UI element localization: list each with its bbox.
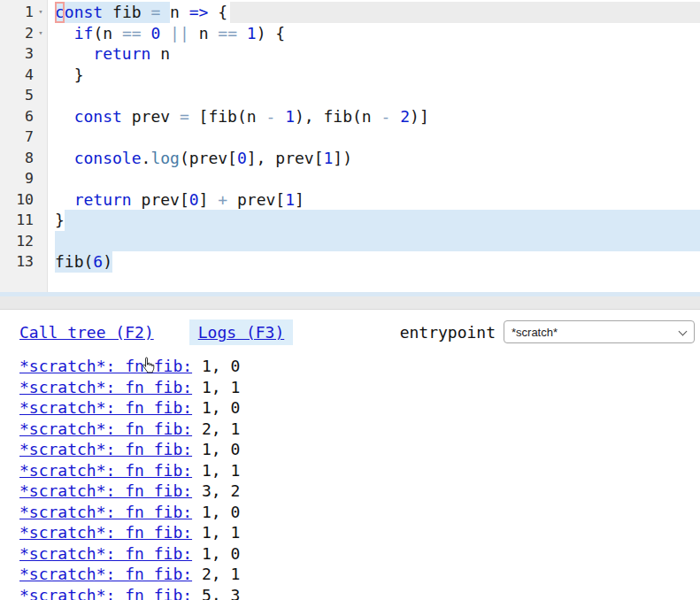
code-token: } — [55, 65, 84, 86]
code-token: = — [150, 2, 160, 23]
log-link[interactable]: *scratch*: fn fib: — [19, 586, 192, 600]
log-row: *scratch*: fn fib: 1, 1 — [19, 460, 700, 481]
code-line[interactable]: 6 const prev = [fib(n - 1), fib(n - 2)] — [0, 106, 700, 127]
log-link[interactable]: *scratch*: fn fib: — [19, 440, 192, 458]
log-link[interactable]: *scratch*: fn fib: — [19, 419, 192, 438]
entrypoint-select[interactable]: *scratch* — [504, 320, 695, 343]
code-token: const — [74, 106, 122, 127]
code-line[interactable]: 13fib(6) — [0, 251, 700, 273]
line-number: 7 — [2, 127, 34, 148]
log-value: 2, 1 — [192, 419, 240, 438]
log-list: *scratch*: fn fib: 1, 0*scratch*: fn fib… — [19, 356, 700, 600]
log-link[interactable]: *scratch*: fn fib: — [19, 523, 192, 542]
gutter-cell: 11 — [0, 210, 48, 231]
code-token: 0 — [150, 23, 160, 44]
code-token: 1 — [323, 148, 333, 169]
log-link[interactable]: *scratch*: fn fib: — [19, 461, 192, 480]
code-token — [55, 148, 74, 169]
code-token: ) — [103, 251, 112, 273]
entrypoint-label: entrypoint — [400, 323, 496, 342]
code-token: )] — [410, 106, 429, 127]
code-line[interactable]: 5 — [0, 85, 700, 106]
code-line[interactable]: 8 console.log(prev[0], prev[1]) — [0, 148, 700, 169]
code-token — [103, 2, 112, 23]
code-token — [55, 43, 93, 65]
line-number: 3 — [2, 43, 34, 65]
gutter-cell: 1▾ — [0, 2, 48, 23]
line-number: 13 — [2, 251, 34, 273]
code-line-content: if(n == 0 || n == 1) { — [48, 23, 700, 44]
code-token: => — [189, 2, 209, 23]
log-value: 1, 0 — [192, 398, 240, 417]
log-value: 1, 0 — [192, 544, 240, 563]
code-token: 0 — [189, 189, 199, 211]
code-lines: 1▾const fib = n => {2▾ if(n == 0 || n ==… — [0, 0, 700, 273]
log-row: *scratch*: fn fib: 1, 0 — [19, 502, 700, 523]
chevron-down-icon — [680, 327, 687, 334]
code-line[interactable]: 3 return n — [0, 43, 700, 65]
code-token: return — [74, 189, 132, 211]
code-line[interactable]: 7 — [0, 127, 700, 148]
log-link[interactable]: *scratch*: fn fib: — [19, 481, 192, 500]
code-token: return — [93, 43, 150, 65]
code-token: == — [122, 23, 142, 44]
log-row: *scratch*: fn fib: 2, 1 — [19, 419, 700, 440]
code-token: prev — [122, 106, 180, 127]
code-token: . — [142, 148, 151, 169]
code-line-content: const fib = n => { — [48, 2, 700, 23]
code-token: fib — [112, 2, 142, 23]
fold-toggle-icon[interactable]: ▾ — [34, 23, 48, 44]
log-value: 1, 1 — [192, 523, 240, 542]
log-link[interactable]: *scratch*: fn fib: — [19, 565, 192, 583]
gutter-cell: 8 — [0, 148, 48, 169]
code-token: 1 — [285, 106, 295, 127]
code-token: ), fib(n — [295, 106, 381, 127]
log-link[interactable]: *scratch*: fn fib: — [19, 357, 192, 375]
line-number: 8 — [2, 148, 34, 169]
code-token: 0 — [237, 148, 247, 169]
log-value: 5, 3 — [192, 586, 240, 600]
code-token: (n — [93, 23, 122, 44]
code-line-content — [48, 231, 700, 252]
code-token: fib( — [55, 251, 93, 273]
code-line[interactable]: 4 } — [0, 65, 700, 86]
log-link[interactable]: *scratch*: fn fib: — [19, 503, 192, 521]
code-token — [55, 23, 74, 44]
log-row: *scratch*: fn fib: 1, 1 — [19, 522, 700, 543]
code-token — [390, 106, 400, 127]
selection-highlight — [65, 210, 700, 231]
code-token: [fib(n — [189, 106, 266, 127]
code-line-content: return n — [48, 43, 700, 65]
code-token: (prev[ — [180, 148, 237, 169]
fold-toggle-icon[interactable]: ▾ — [34, 2, 48, 23]
code-line-content: const prev = [fib(n - 1), fib(n - 2)] — [48, 106, 700, 127]
gutter-cell: 5 — [0, 85, 48, 106]
code-line[interactable]: 12 — [0, 231, 700, 252]
tab-call-tree[interactable]: Call tree (F2) — [19, 323, 154, 342]
code-token: ) { — [257, 23, 286, 44]
code-token: ] — [295, 189, 304, 211]
code-token — [275, 106, 285, 127]
code-token: 6 — [93, 251, 103, 273]
code-token: { — [208, 2, 227, 23]
log-value: 2, 1 — [192, 565, 240, 583]
log-row: *scratch*: fn fib: 1, 0 — [19, 356, 700, 377]
code-line[interactable]: 2▾ if(n == 0 || n == 1) { — [0, 23, 700, 44]
log-row: *scratch*: fn fib: 1, 0 — [19, 543, 700, 565]
code-editor[interactable]: 1▾const fib = n => {2▾ if(n == 0 || n ==… — [0, 0, 700, 292]
tab-logs[interactable]: Logs (F3) — [189, 319, 294, 345]
log-link[interactable]: *scratch*: fn fib: — [19, 378, 192, 396]
code-line[interactable]: 11} — [0, 210, 700, 231]
debug-panel: Call tree (F2) Logs (F3) entrypoint *scr… — [0, 309, 700, 600]
log-value: 1, 1 — [192, 378, 240, 396]
log-row: *scratch*: fn fib: 1, 1 — [19, 377, 700, 398]
code-line[interactable]: 9 — [0, 168, 700, 189]
code-line[interactable]: 1▾const fib = n => { — [0, 2, 700, 23]
log-link[interactable]: *scratch*: fn fib: — [19, 544, 192, 563]
code-line-content: fib(6) — [48, 251, 700, 273]
line-number: 11 — [2, 210, 34, 231]
log-link[interactable]: *scratch*: fn fib: — [19, 398, 192, 417]
gutter-cell: 12 — [0, 231, 48, 252]
panel-tabs: Call tree (F2) Logs (F3) entrypoint *scr… — [19, 319, 700, 345]
code-line[interactable]: 10 return prev[0] + prev[1] — [0, 189, 700, 211]
